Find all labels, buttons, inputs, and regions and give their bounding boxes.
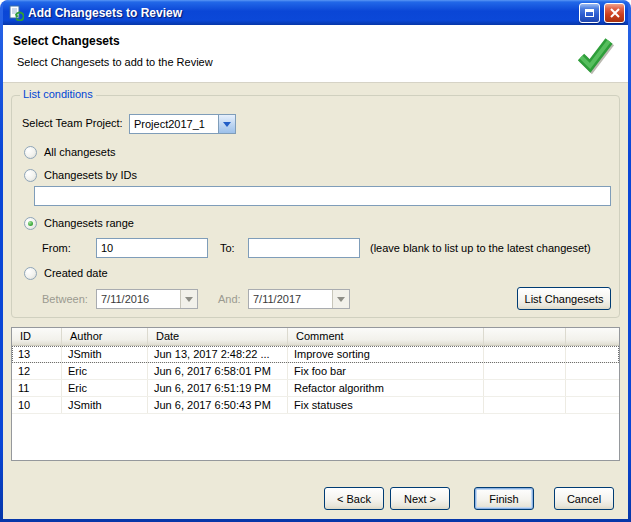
team-project-label: Select Team Project: bbox=[22, 117, 123, 129]
cell-id: 11 bbox=[12, 380, 62, 396]
group-legend: List conditions bbox=[20, 88, 96, 100]
back-button[interactable]: < Back bbox=[324, 487, 384, 510]
cell-id: 10 bbox=[12, 397, 62, 413]
titlebar[interactable]: Add Changesets to Review bbox=[3, 0, 628, 25]
cell-comment: Fix statuses bbox=[288, 397, 484, 413]
close-button[interactable] bbox=[604, 3, 625, 23]
cell-comment: Improve sorting bbox=[288, 346, 484, 362]
to-label: To: bbox=[220, 242, 235, 254]
cell-blank bbox=[484, 363, 566, 379]
cell-id: 13 bbox=[12, 346, 62, 362]
cell-blank bbox=[484, 346, 566, 362]
cell-filler bbox=[566, 363, 619, 379]
dialog-client-area: Select Changesets Select Changesets to a… bbox=[3, 25, 628, 519]
column-header-id[interactable]: ID bbox=[12, 328, 62, 345]
cell-blank bbox=[484, 397, 566, 413]
calendar-dropdown-button bbox=[332, 290, 349, 308]
chevron-down-icon bbox=[223, 122, 231, 127]
radio-created-date[interactable]: Created date bbox=[24, 266, 108, 280]
changeset-ids-input[interactable] bbox=[34, 186, 611, 206]
radio-circle-icon bbox=[24, 146, 37, 159]
radio-ids-label: Changesets by IDs bbox=[44, 169, 137, 181]
list-changesets-button[interactable]: List Changesets bbox=[517, 287, 611, 310]
and-date-picker: 7/11/2017 bbox=[248, 289, 350, 309]
table-header-row: ID Author Date Comment bbox=[12, 328, 619, 346]
window-title: Add Changesets to Review bbox=[28, 6, 575, 20]
calendar-dropdown-button bbox=[180, 290, 197, 308]
chevron-down-icon bbox=[185, 297, 193, 302]
wizard-header: Select Changesets Select Changesets to a… bbox=[3, 25, 628, 83]
radio-circle-icon bbox=[24, 267, 37, 280]
cell-author: Eric bbox=[62, 380, 148, 396]
radio-changesets-range[interactable]: Changesets range bbox=[24, 216, 134, 230]
cell-date: Jun 6, 2017 6:50:43 PM bbox=[148, 397, 288, 413]
cell-comment: Refactor algorithm bbox=[288, 380, 484, 396]
cell-date: Jun 13, 2017 2:48:22 ... bbox=[148, 346, 288, 362]
close-icon bbox=[610, 8, 620, 18]
finish-button[interactable]: Finish bbox=[474, 487, 534, 510]
maximize-button[interactable] bbox=[579, 3, 600, 23]
range-hint: (leave blank to list up to the latest ch… bbox=[370, 242, 591, 254]
cell-comment: Fix foo bar bbox=[288, 363, 484, 379]
radio-all-label: All changesets bbox=[44, 146, 116, 158]
range-from-input[interactable] bbox=[96, 238, 208, 258]
cell-filler bbox=[566, 380, 619, 396]
between-date-picker: 7/11/2016 bbox=[96, 289, 198, 309]
cell-author: Eric bbox=[62, 363, 148, 379]
maximize-icon bbox=[585, 9, 594, 17]
team-project-select[interactable]: Project2017_1 bbox=[129, 114, 236, 134]
cell-filler bbox=[566, 346, 619, 362]
radio-range-label: Changesets range bbox=[44, 217, 134, 229]
table-row[interactable]: 10 JSmith Jun 6, 2017 6:50:43 PM Fix sta… bbox=[12, 397, 619, 414]
from-label: From: bbox=[42, 242, 71, 254]
page-subtitle: Select Changesets to add to the Review bbox=[17, 56, 213, 68]
between-label: Between: bbox=[42, 293, 88, 305]
between-date-value: 7/11/2016 bbox=[97, 293, 180, 305]
radio-circle-icon bbox=[24, 169, 37, 182]
radio-all-changesets[interactable]: All changesets bbox=[24, 145, 116, 159]
combo-dropdown-button[interactable] bbox=[218, 115, 235, 133]
column-header-comment[interactable]: Comment bbox=[288, 328, 484, 345]
cell-author: JSmith bbox=[62, 346, 148, 362]
table-row[interactable]: 13 JSmith Jun 13, 2017 2:48:22 ... Impro… bbox=[12, 346, 619, 363]
radio-selected-icon bbox=[24, 217, 37, 230]
cell-id: 12 bbox=[12, 363, 62, 379]
dialog-window: Add Changesets to Review Select Changese… bbox=[0, 0, 631, 522]
next-button[interactable]: Next > bbox=[390, 487, 450, 510]
cell-blank bbox=[484, 380, 566, 396]
table-row[interactable]: 12 Eric Jun 6, 2017 6:58:01 PM Fix foo b… bbox=[12, 363, 619, 380]
column-header-filler bbox=[566, 328, 619, 345]
column-header-date[interactable]: Date bbox=[148, 328, 288, 345]
column-header-author[interactable]: Author bbox=[62, 328, 148, 345]
cell-author: JSmith bbox=[62, 397, 148, 413]
radio-created-label: Created date bbox=[44, 267, 108, 279]
table-row[interactable]: 11 Eric Jun 6, 2017 6:51:19 PM Refactor … bbox=[12, 380, 619, 397]
radio-changesets-by-ids[interactable]: Changesets by IDs bbox=[24, 168, 137, 182]
window-icon bbox=[8, 5, 24, 21]
page-title: Select Changesets bbox=[13, 34, 120, 48]
range-to-input[interactable] bbox=[248, 238, 360, 258]
column-header-blank[interactable] bbox=[484, 328, 566, 345]
cell-filler bbox=[566, 397, 619, 413]
cell-date: Jun 6, 2017 6:51:19 PM bbox=[148, 380, 288, 396]
and-date-value: 7/11/2017 bbox=[249, 293, 332, 305]
wizard-button-bar: < Back Next > Finish Cancel bbox=[324, 487, 614, 510]
list-conditions-group: List conditions Select Team Project: Pro… bbox=[11, 95, 620, 318]
green-checkmark-icon bbox=[572, 32, 616, 76]
cell-date: Jun 6, 2017 6:58:01 PM bbox=[148, 363, 288, 379]
team-project-value: Project2017_1 bbox=[130, 118, 218, 130]
cancel-button[interactable]: Cancel bbox=[554, 487, 614, 510]
and-label: And: bbox=[218, 293, 241, 305]
changesets-table: ID Author Date Comment 13 JSmith Jun 13,… bbox=[11, 327, 620, 461]
chevron-down-icon bbox=[337, 297, 345, 302]
